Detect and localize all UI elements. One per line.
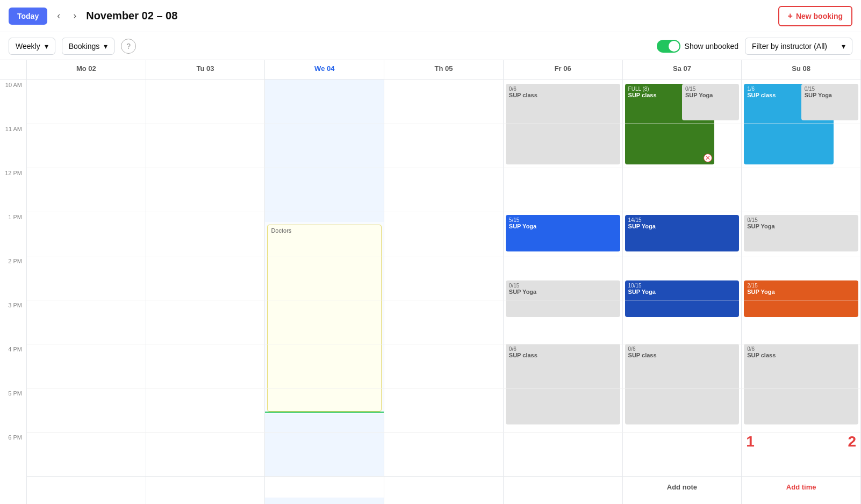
event-su08-sup-yoga-3pm[interactable]: 2/15 SUP Yoga xyxy=(744,280,858,317)
header: Today ‹ › November 02 – 08 + New booking xyxy=(0,0,861,32)
calendar-container: 10 AM 11 AM 12 PM 1 PM 2 PM 3 PM 4 PM 5 … xyxy=(0,60,861,504)
time-label-1pm: 1 PM xyxy=(0,212,26,256)
day-header-tu03: Tu 03 xyxy=(146,60,266,79)
next-nav-button[interactable]: › xyxy=(70,8,80,24)
event-su08-sup-yoga-10am[interactable]: 0/15 SUP Yoga xyxy=(801,84,858,120)
toolbar: Weekly ▾ Bookings ▾ ? Show unbooked Filt… xyxy=(0,32,861,60)
prev-nav-button[interactable]: ‹ xyxy=(54,8,63,24)
su08-action-cell: Add time xyxy=(742,477,861,498)
today-button[interactable]: Today xyxy=(9,8,47,25)
time-label-12pm: 12 PM xyxy=(0,168,26,212)
date-range: November 02 – 08 xyxy=(86,10,771,22)
help-icon[interactable]: ? xyxy=(121,39,136,54)
event-fr06-sup-class-4pm[interactable]: 0/6 SUP class xyxy=(506,344,620,424)
day-header-th05: Th 05 xyxy=(384,60,504,79)
view-dropdown[interactable]: Weekly ▾ xyxy=(9,38,55,55)
bottom-actions-row: Add note Add time xyxy=(27,476,861,498)
day-col-mo02[interactable] xyxy=(27,80,146,504)
time-label-5pm: 5 PM xyxy=(0,388,26,432)
day-col-sa07[interactable]: FULL (8) SUP class ✕ 0/15 SUP Yoga 14/15… xyxy=(623,80,742,504)
number-badge-1: 1 xyxy=(746,433,755,450)
filter-dropdown[interactable]: Bookings ▾ xyxy=(62,38,115,55)
event-fr06-sup-yoga-3pm[interactable]: 0/15 SUP Yoga xyxy=(506,280,620,317)
time-label-2pm: 2 PM xyxy=(0,256,26,300)
instructor-filter-dropdown[interactable]: Filter by instructor (All) ▾ xyxy=(745,38,852,55)
show-unbooked-toggle: Show unbooked xyxy=(657,40,738,53)
day-header-mo02: Mo 02 xyxy=(27,60,146,79)
chevron-down-icon: ▾ xyxy=(842,42,845,51)
plus-icon: + xyxy=(788,11,793,21)
app-container: Today ‹ › November 02 – 08 + New booking… xyxy=(0,0,861,504)
th05-action-cell xyxy=(384,477,504,498)
current-time-line xyxy=(265,412,384,413)
add-time-button[interactable]: Add time xyxy=(781,480,822,494)
time-label-4pm: 4 PM xyxy=(0,344,26,388)
toggle-switch[interactable] xyxy=(657,40,680,53)
fr06-action-cell xyxy=(504,477,623,498)
event-doctors[interactable]: Doctors xyxy=(267,225,382,412)
event-su08-sup-yoga-1pm[interactable]: 0/15 SUP Yoga xyxy=(744,215,858,251)
day-col-tu03[interactable] xyxy=(146,80,266,504)
toggle-knob xyxy=(669,41,679,52)
day-col-we04[interactable]: Doctors xyxy=(265,80,384,504)
grid-rows: Doctors 0/6 SUP class xyxy=(27,80,861,476)
new-booking-button[interactable]: + New booking xyxy=(778,6,852,26)
day-col-th05[interactable] xyxy=(384,80,504,504)
sa07-action-cell: Add note xyxy=(623,477,742,498)
event-sa07-sup-yoga-3pm[interactable]: 10/15 SUP Yoga xyxy=(625,280,740,317)
day-col-su08[interactable]: 1/6 SUP class 0/15 SUP Yoga 0/15 SUP Yog… xyxy=(742,80,861,504)
grid-area: Mo 02 Tu 03 We 04 Th 05 Fr 06 Sa 07 Su 0… xyxy=(27,60,861,504)
cancel-icon[interactable]: ✕ xyxy=(704,154,712,162)
day-header-su08: Su 08 xyxy=(742,60,861,79)
event-sa07-sup-yoga-1pm[interactable]: 14/15 SUP Yoga xyxy=(625,215,740,251)
time-label-10am: 10 AM xyxy=(0,80,26,124)
day-header-we04: We 04 xyxy=(265,60,384,79)
time-column: 10 AM 11 AM 12 PM 1 PM 2 PM 3 PM 4 PM 5 … xyxy=(0,60,27,504)
event-sa07-sup-yoga-10am[interactable]: 0/15 SUP Yoga xyxy=(682,84,739,120)
event-fr06-sup-class-10am[interactable]: 0/6 SUP class xyxy=(506,84,620,164)
event-su08-sup-class-4pm[interactable]: 0/6 SUP class xyxy=(744,344,858,424)
time-label-3pm: 3 PM xyxy=(0,300,26,344)
doctors-event-label: Doctors xyxy=(271,227,291,234)
day-headers: Mo 02 Tu 03 We 04 Th 05 Fr 06 Sa 07 Su 0… xyxy=(27,60,861,80)
day-header-fr06: Fr 06 xyxy=(504,60,623,79)
tu03-action-cell xyxy=(146,477,266,498)
time-label-11am: 11 AM xyxy=(0,124,26,168)
event-fr06-sup-yoga-1pm[interactable]: 5/15 SUP Yoga xyxy=(506,215,620,251)
mo02-action-cell xyxy=(27,477,146,498)
chevron-down-icon: ▾ xyxy=(45,42,48,51)
add-note-button[interactable]: Add note xyxy=(662,480,702,494)
number-badge-2: 2 xyxy=(848,433,856,450)
time-label-6pm: 6 PM xyxy=(0,432,26,476)
chevron-down-icon: ▾ xyxy=(104,42,107,51)
we04-action-cell xyxy=(265,477,384,498)
event-sa07-sup-class-4pm[interactable]: 0/6 SUP class xyxy=(625,344,740,424)
day-header-sa07: Sa 07 xyxy=(623,60,742,79)
today-highlight-top xyxy=(265,80,384,222)
day-col-fr06[interactable]: 0/6 SUP class 5/15 SUP Yoga 0/15 SUP Yog… xyxy=(504,80,623,504)
